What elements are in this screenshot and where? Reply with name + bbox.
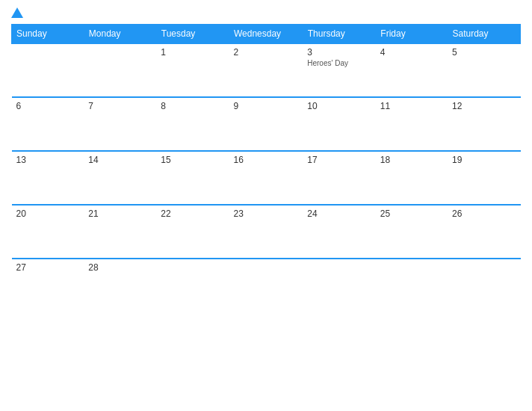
- day-number: 1: [161, 47, 224, 58]
- week-row-3: 20212223242526: [12, 205, 521, 259]
- calendar-cell: 1: [156, 43, 229, 97]
- day-number: 25: [380, 208, 443, 219]
- calendar-cell: 9: [229, 97, 303, 151]
- day-number: 7: [88, 101, 152, 111]
- day-number: 16: [233, 155, 298, 165]
- week-row-2: 13141516171819: [12, 151, 521, 205]
- calendar-cell: 17: [303, 151, 376, 205]
- day-number: 3: [307, 47, 371, 58]
- calendar-cell: 13: [12, 151, 84, 205]
- calendar-cell: 10: [303, 97, 376, 151]
- day-header-friday: Friday: [376, 25, 448, 44]
- day-number: 15: [161, 155, 224, 165]
- day-number: 9: [233, 101, 298, 111]
- day-number: 18: [380, 155, 443, 165]
- week-row-1: 6789101112: [12, 97, 521, 151]
- holiday-name: Heroes' Day: [307, 59, 371, 67]
- calendar-cell: [156, 259, 229, 312]
- day-number: 13: [16, 155, 80, 165]
- day-number: 11: [380, 101, 443, 111]
- calendar-cell: [376, 259, 448, 312]
- day-number: 8: [161, 101, 224, 111]
- day-number: 6: [16, 101, 80, 111]
- calendar-cell: 18: [376, 151, 448, 205]
- logo: [11, 7, 26, 18]
- calendar-cell: 25: [376, 205, 448, 259]
- day-number: 14: [88, 155, 152, 165]
- day-number: 24: [307, 208, 371, 219]
- day-number: 19: [452, 155, 516, 165]
- day-header-thursday: Thursday: [303, 25, 376, 44]
- calendar-cell: [12, 43, 84, 97]
- calendar-grid: SundayMondayTuesdayWednesdayThursdayFrid…: [11, 24, 521, 312]
- days-header: SundayMondayTuesdayWednesdayThursdayFrid…: [12, 25, 521, 44]
- calendar-header: [11, 7, 521, 18]
- day-number: 17: [307, 155, 371, 165]
- calendar-cell: 28: [84, 259, 156, 312]
- calendar-cell: 2: [229, 43, 303, 97]
- calendar-cell: [303, 259, 376, 312]
- day-header-monday: Monday: [84, 25, 156, 44]
- calendar-cell: 21: [84, 205, 156, 259]
- day-header-tuesday: Tuesday: [156, 25, 229, 44]
- logo-blue-row: [11, 7, 26, 18]
- calendar-cell: 27: [12, 259, 84, 312]
- day-number: 20: [16, 208, 80, 219]
- day-number: 21: [88, 208, 152, 219]
- day-number: 5: [452, 47, 516, 58]
- calendar-container: SundayMondayTuesdayWednesdayThursdayFrid…: [0, 0, 532, 411]
- day-number: 26: [452, 208, 516, 219]
- calendar-cell: 5: [448, 43, 521, 97]
- calendar-cell: 19: [448, 151, 521, 205]
- calendar-cell: 6: [12, 97, 84, 151]
- day-number: 22: [161, 208, 224, 219]
- calendar-cell: 20: [12, 205, 84, 259]
- calendar-cell: [229, 259, 303, 312]
- day-number: 23: [233, 208, 298, 219]
- day-number: 2: [233, 47, 298, 58]
- calendar-header-row: SundayMondayTuesdayWednesdayThursdayFrid…: [12, 25, 521, 44]
- calendar-cell: [448, 259, 521, 312]
- calendar-cell: 3Heroes' Day: [303, 43, 376, 97]
- calendar-cell: [84, 43, 156, 97]
- day-number: 4: [380, 47, 443, 58]
- day-number: 28: [88, 262, 152, 273]
- calendar-cell: 22: [156, 205, 229, 259]
- calendar-cell: 14: [84, 151, 156, 205]
- calendar-cell: 4: [376, 43, 448, 97]
- calendar-cell: 26: [448, 205, 521, 259]
- day-header-wednesday: Wednesday: [229, 25, 303, 44]
- logo-triangle-icon: [11, 7, 23, 18]
- calendar-cell: 8: [156, 97, 229, 151]
- calendar-cell: 16: [229, 151, 303, 205]
- calendar-cell: 23: [229, 205, 303, 259]
- day-number: 12: [452, 101, 516, 111]
- calendar-cell: 24: [303, 205, 376, 259]
- week-row-4: 2728: [12, 259, 521, 312]
- calendar-cell: 7: [84, 97, 156, 151]
- calendar-cell: 12: [448, 97, 521, 151]
- week-row-0: 123Heroes' Day45: [12, 43, 521, 97]
- day-number: 10: [307, 101, 371, 111]
- calendar-cell: 15: [156, 151, 229, 205]
- calendar-cell: 11: [376, 97, 448, 151]
- day-header-saturday: Saturday: [448, 25, 521, 44]
- calendar-body: 123Heroes' Day45678910111213141516171819…: [12, 43, 521, 312]
- day-header-sunday: Sunday: [12, 25, 84, 44]
- day-number: 27: [16, 262, 80, 273]
